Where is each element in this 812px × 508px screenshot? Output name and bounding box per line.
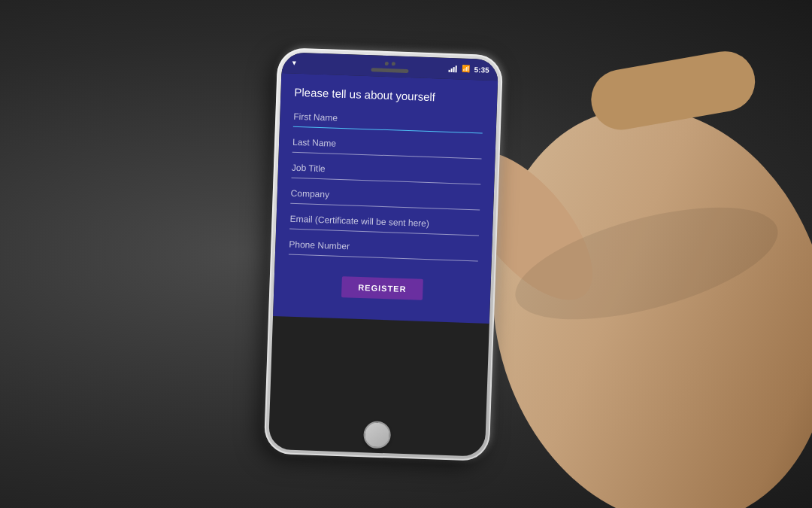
signal-bar-3 [453, 67, 454, 72]
register-button[interactable]: REGISTER [341, 276, 423, 300]
phone-number-field[interactable] [289, 236, 479, 261]
signal-bar-1 [448, 69, 450, 71]
scene: ▼ 📶 5:35 Please tell us about yoursel [0, 0, 812, 508]
phone-top [371, 61, 408, 73]
app-screen: Please tell us about yourself [273, 73, 498, 324]
phone-input[interactable] [289, 237, 478, 257]
svg-point-3 [504, 184, 789, 342]
job-title-field[interactable] [291, 160, 481, 184]
company-input[interactable] [290, 186, 480, 206]
camera-area [385, 61, 395, 65]
wifi-icon: 📶 [461, 65, 469, 72]
register-button-area: REGISTER [287, 262, 478, 311]
status-right: 📶 5:35 [448, 64, 489, 74]
camera-dot-1 [385, 61, 389, 65]
last-name-field[interactable] [292, 134, 483, 159]
last-name-input[interactable] [292, 135, 482, 155]
form-area: Please tell us about yourself [273, 73, 498, 324]
phone-screen: ▼ 📶 5:35 Please tell us about yoursel [268, 52, 498, 457]
email-input[interactable] [289, 211, 479, 232]
speaker [371, 68, 408, 73]
signal-bars [448, 64, 456, 71]
job-title-input[interactable] [292, 160, 481, 181]
signal-bar-4 [455, 65, 456, 72]
svg-rect-2 [586, 47, 760, 135]
time-display: 5:35 [474, 65, 489, 74]
form-title: Please tell us about yourself [294, 85, 483, 105]
notification-icon: ▼ [291, 59, 298, 66]
status-left: ▼ [291, 59, 298, 66]
email-field[interactable] [289, 211, 480, 236]
svg-point-0 [447, 70, 812, 508]
first-name-field[interactable] [293, 108, 483, 133]
phone-device: ▼ 📶 5:35 Please tell us about yoursel [264, 47, 504, 461]
first-name-input[interactable] [293, 109, 483, 129]
signal-bar-2 [450, 68, 452, 71]
company-field[interactable] [290, 185, 480, 210]
camera-dot-2 [392, 62, 395, 65]
